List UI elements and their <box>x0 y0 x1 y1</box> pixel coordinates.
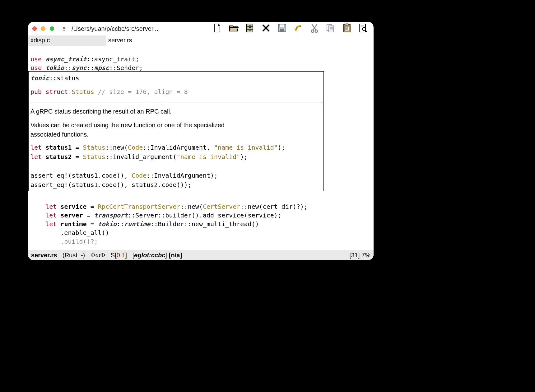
window-minimize-button[interactable] <box>41 26 45 31</box>
module-path: runtime <box>124 220 150 228</box>
module-path: sync <box>72 64 86 72</box>
editor-area[interactable]: use async_trait::async_trait; use tokio:… <box>28 46 374 250</box>
code-text: .enable_all() <box>30 229 109 236</box>
svg-rect-11 <box>280 24 285 27</box>
undo-icon[interactable] <box>293 23 303 34</box>
close-icon[interactable] <box>261 23 271 34</box>
file-cabinet-icon[interactable] <box>245 23 255 34</box>
type-name: Status <box>72 88 94 96</box>
modeline: server.rs (Rust ;-) ΦωΦ S[0 1] [eglot:cc… <box>28 250 374 260</box>
keyword: let <box>30 144 42 151</box>
code-text: ::Builder::new_multi_thread() <box>150 220 259 228</box>
keyword: pub <box>30 88 42 96</box>
sep: :: <box>117 220 124 228</box>
call: ::invalid_argument( <box>105 153 177 161</box>
op: = <box>72 153 83 161</box>
warning-count: 1 <box>122 252 125 259</box>
sep: :: <box>64 64 72 72</box>
code-text: ::new(cert_dir)?); <box>240 203 308 210</box>
module-path: tonic <box>30 74 49 82</box>
bracket: S[ <box>111 252 117 259</box>
hover-description: A gRPC status describing the result of a… <box>30 107 254 116</box>
modeline-indicator: ΦωΦ <box>91 252 105 259</box>
keyword: let <box>45 220 57 228</box>
svg-rect-6 <box>249 27 251 28</box>
type-name: RpcCertTransportServer <box>98 203 180 210</box>
string-literal: "name is invalid" <box>177 153 240 161</box>
search-icon[interactable] <box>358 23 368 34</box>
na-indicator: [n/a] <box>169 252 182 259</box>
divider <box>30 102 322 102</box>
type-name: Code <box>132 172 147 179</box>
svg-point-15 <box>311 30 314 32</box>
var: server <box>60 212 83 219</box>
module-path: async_trait <box>45 55 86 63</box>
tab-bar: xdisp.c server.rs <box>28 35 374 46</box>
bracket: ] <box>165 252 167 259</box>
keyword: let <box>30 153 42 161</box>
code-text: assert_eq!(status1.code(), <box>30 172 132 179</box>
new-file-icon[interactable] <box>212 23 222 34</box>
window-zoom-button[interactable] <box>50 26 54 31</box>
code-text: ::Sender; <box>109 64 143 72</box>
var: status2 <box>45 153 72 161</box>
keyword: let <box>45 212 57 219</box>
bracket: ] <box>125 252 127 259</box>
hover-documentation-popup: tonic::status pub struct Status // size … <box>28 71 324 191</box>
code-text: assert_eq!(status1.code(), status2.code(… <box>30 181 192 189</box>
hover-signature: pub struct Status // size = 176, align =… <box>30 87 322 96</box>
cut-icon[interactable] <box>309 23 319 34</box>
editor-window: ⚵ /Users/yuan/p/ccbc/src/server... <box>28 22 374 260</box>
module-path: transport <box>94 212 128 219</box>
window-close-button[interactable] <box>32 26 37 31</box>
vc-indicator: ⚵ <box>62 26 66 32</box>
inline-code: new <box>121 121 132 129</box>
enum-variant: ::InvalidArgument <box>143 144 207 151</box>
code-text: ); <box>240 153 248 161</box>
op: = <box>87 203 98 210</box>
save-icon[interactable] <box>277 23 287 34</box>
svg-rect-5 <box>249 25 251 26</box>
module-path: tokio <box>98 220 117 228</box>
svg-rect-7 <box>249 30 251 30</box>
code-text: ::Server::builder().add_service(service)… <box>128 212 281 219</box>
string-literal: "name is invalid" <box>214 144 278 151</box>
sep: :: <box>87 64 94 72</box>
hover-example: let status1 = Status::new(Code::InvalidA… <box>30 143 322 189</box>
prose-text: Values can be created using the <box>30 122 121 128</box>
tab-xdisp[interactable]: xdisp.c <box>28 35 106 46</box>
var: runtime <box>60 220 86 228</box>
tab-server-rs[interactable]: server.rs <box>106 35 184 46</box>
svg-rect-18 <box>329 26 334 32</box>
titlebar: ⚵ /Users/yuan/p/ccbc/src/server... <box>28 22 374 35</box>
window-title: /Users/yuan/p/ccbc/src/server... <box>72 25 158 32</box>
op: = <box>72 144 83 151</box>
modeline-major-mode: (Rust ;-) <box>63 252 85 259</box>
code-lines[interactable]: let service = RpcCertTransportServer::ne… <box>28 194 374 250</box>
toolbar <box>212 23 370 34</box>
code-text: ); <box>278 144 285 151</box>
project-name: ccbc <box>151 252 165 259</box>
label: eglot: <box>134 252 151 259</box>
type-name: Status <box>83 153 105 161</box>
code-text: .build()?; <box>30 238 98 245</box>
type-name: Status <box>83 144 105 151</box>
keyword: struct <box>45 88 68 96</box>
module-path: mpsc <box>94 64 109 72</box>
var: status1 <box>45 144 72 151</box>
code-text: ::async_trait; <box>87 55 139 63</box>
op: = <box>83 212 94 219</box>
code-text: ::InvalidArgument); <box>147 172 218 179</box>
hover-description: Values can be created using the new func… <box>30 120 254 139</box>
call: ::new( <box>180 203 203 210</box>
folder-open-icon[interactable] <box>229 23 239 34</box>
module-path: tokio <box>45 64 64 72</box>
type-name: CertServer <box>203 203 240 210</box>
flymake-indicator: S[0 1] <box>111 252 127 259</box>
copy-icon[interactable] <box>326 23 336 34</box>
eglot-indicator: [eglot:ccbc] <box>133 252 167 259</box>
paste-icon[interactable] <box>342 23 352 34</box>
keyword: let <box>45 203 57 210</box>
code-text: ::status <box>49 74 79 82</box>
modeline-filename: server.rs <box>31 252 57 259</box>
